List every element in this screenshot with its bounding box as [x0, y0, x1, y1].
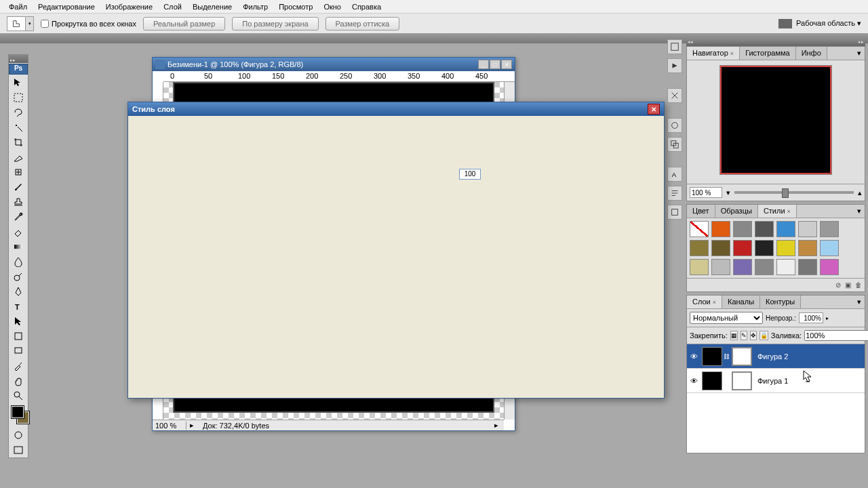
menu-layer[interactable]: Слой	[158, 1, 187, 12]
styles-clear-icon[interactable]: ⊘	[835, 281, 841, 289]
crop-tool[interactable]	[9, 135, 28, 150]
strip-brushes-icon[interactable]	[667, 118, 682, 133]
quickmask-toggle[interactable]	[9, 428, 28, 443]
tool-preset[interactable]	[7, 16, 26, 31]
navigator-zoom-slider[interactable]	[734, 191, 854, 194]
style-swatch[interactable]	[820, 259, 839, 275]
tool-preset-dropdown[interactable]: ▾	[26, 16, 34, 31]
panel-dock-header[interactable]: ◂◂▸▸	[686, 39, 865, 46]
screenmode-toggle[interactable]	[9, 443, 28, 458]
layer-mask-thumbnail[interactable]	[732, 371, 752, 390]
notes-tool[interactable]	[9, 344, 28, 359]
zoom-out-icon[interactable]: ▾	[726, 188, 730, 197]
tab-color[interactable]: Цвет	[687, 205, 715, 218]
eraser-tool[interactable]	[9, 224, 28, 239]
opacity-input[interactable]	[799, 312, 823, 323]
zoom-in-icon[interactable]: ▴	[858, 188, 862, 197]
style-swatch[interactable]	[733, 240, 752, 256]
pen-tool[interactable]	[9, 284, 28, 299]
style-swatch[interactable]	[776, 221, 795, 237]
navigator-panel-menu[interactable]: ▾	[854, 47, 865, 60]
hand-tool[interactable]	[9, 373, 28, 388]
tab-styles[interactable]: Стили×	[758, 205, 797, 218]
stamp-tool[interactable]	[9, 195, 28, 209]
maximize-button[interactable]: □	[490, 60, 500, 69]
menu-edit[interactable]: Редактирование	[33, 1, 100, 12]
dialog-close-button[interactable]: ✕	[648, 104, 660, 115]
layer-link-icon[interactable]: ⛓	[724, 353, 730, 360]
close-button[interactable]: ✕	[501, 60, 512, 69]
style-swatch[interactable]	[798, 240, 817, 256]
layer-visibility-icon[interactable]: 👁	[687, 352, 701, 361]
style-swatch[interactable]	[711, 259, 730, 275]
strip-paragraph-icon[interactable]	[667, 186, 682, 201]
blend-mode-select[interactable]: Нормальный	[690, 312, 763, 324]
zoom-display[interactable]: 100 %	[153, 422, 186, 430]
tab-paths[interactable]: Контуры	[760, 296, 801, 308]
tab-channels[interactable]: Каналы	[722, 296, 760, 308]
style-swatch[interactable]	[798, 221, 817, 237]
opacity-stepper-icon[interactable]: ▸	[826, 315, 829, 321]
tab-swatches[interactable]: Образцы	[715, 205, 758, 218]
strip-character-icon[interactable]: A	[667, 167, 682, 182]
style-swatch[interactable]	[776, 240, 795, 256]
history-brush-tool[interactable]	[9, 209, 28, 224]
styles-new-icon[interactable]: ▣	[845, 281, 851, 289]
slice-tool[interactable]	[9, 150, 28, 165]
navigator-preview[interactable]	[720, 66, 831, 174]
minimize-button[interactable]: _	[478, 60, 489, 69]
style-swatch[interactable]	[798, 259, 817, 275]
eyedropper-tool[interactable]	[9, 359, 28, 373]
fit-screen-button[interactable]: По размеру экрана	[232, 17, 318, 30]
menu-file[interactable]: Файл	[3, 1, 33, 12]
tab-navigator[interactable]: Навигатор×	[687, 47, 740, 60]
gradient-tool[interactable]	[9, 239, 28, 254]
tab-histogram[interactable]: Гистограмма	[740, 47, 796, 60]
strip-actions-icon[interactable]	[667, 58, 682, 73]
style-swatch[interactable]	[690, 221, 709, 237]
style-swatch[interactable]	[711, 221, 730, 237]
lock-paint-icon[interactable]: ✎	[741, 331, 747, 340]
lock-transparency-icon[interactable]: ▦	[730, 331, 738, 340]
type-tool[interactable]: T	[9, 299, 28, 314]
style-swatch[interactable]	[755, 221, 774, 237]
style-swatch[interactable]	[820, 221, 839, 237]
foreground-color[interactable]	[12, 406, 24, 418]
document-titlebar[interactable]: Безимени-1 @ 100% (Фигура 2, RGB/8) _ □ …	[153, 58, 515, 71]
layer-row-figura-2[interactable]: 👁 ⛓ Фигура 2	[687, 344, 865, 369]
layer-thumbnail[interactable]	[702, 371, 722, 390]
strip-tool-presets-icon[interactable]	[667, 88, 682, 103]
dialog-opacity-input[interactable]: 100	[459, 169, 481, 180]
styles-panel-menu[interactable]: ▾	[854, 205, 865, 218]
lasso-tool[interactable]	[9, 105, 28, 120]
menu-select[interactable]: Выделение	[187, 1, 237, 12]
tab-layers[interactable]: Слои×	[687, 296, 722, 308]
menu-window[interactable]: Окно	[318, 1, 347, 12]
print-size-button[interactable]: Размер оттиска	[326, 17, 400, 30]
layer-row-figura-1[interactable]: 👁 Фигура 1	[687, 369, 865, 393]
lock-all-icon[interactable]: 🔒	[760, 331, 768, 340]
styles-delete-icon[interactable]: 🗑	[855, 281, 862, 289]
strip-history-icon[interactable]	[667, 39, 682, 54]
style-swatch[interactable]	[711, 240, 730, 256]
info-menu-icon[interactable]: ▸	[494, 421, 504, 430]
layer-name[interactable]: Фигура 1	[753, 377, 788, 385]
status-menu-icon[interactable]: ▸	[186, 421, 197, 430]
style-swatch[interactable]	[690, 240, 709, 256]
tab-info[interactable]: Инфо	[796, 47, 827, 60]
lock-position-icon[interactable]: ✥	[750, 331, 757, 340]
shape-tool[interactable]	[9, 329, 28, 344]
style-swatch[interactable]	[733, 259, 752, 275]
style-swatch[interactable]	[755, 240, 774, 256]
layers-panel-menu[interactable]: ▾	[854, 296, 865, 308]
actual-size-button[interactable]: Реальный размер	[143, 17, 225, 30]
menu-filter[interactable]: Фильтр	[237, 1, 273, 12]
dialog-titlebar[interactable]: Стиль слоя ✕	[128, 102, 664, 116]
scroll-all-windows-checkbox[interactable]: Прокрутка во всех окнах	[41, 20, 136, 28]
healing-tool[interactable]	[9, 165, 28, 180]
strip-layer-comps-icon[interactable]	[667, 205, 682, 220]
menu-view[interactable]: Просмотр	[273, 1, 318, 12]
marquee-tool[interactable]	[9, 90, 28, 105]
style-swatch[interactable]	[820, 240, 839, 256]
layer-visibility-icon[interactable]: 👁	[687, 377, 701, 385]
